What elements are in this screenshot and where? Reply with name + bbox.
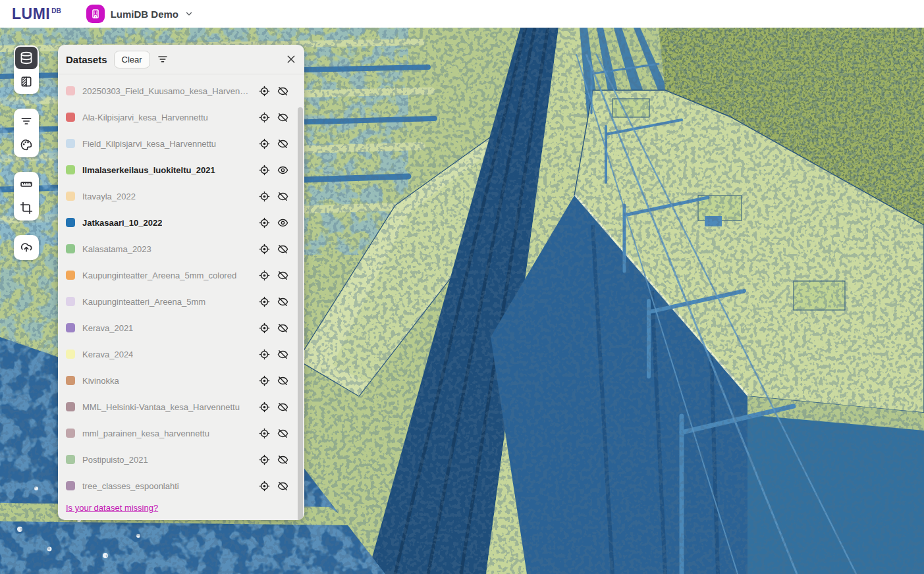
dataset-color-swatch[interactable] [66,429,75,438]
dataset-color-swatch[interactable] [66,323,75,332]
dataset-color-swatch[interactable] [66,192,75,201]
locate-dataset-button[interactable] [258,164,270,176]
panel-title: Datasets [66,54,107,65]
dataset-color-swatch[interactable] [66,455,75,464]
eye-off-icon [277,138,288,149]
dataset-name: Postipuisto_2021 [82,455,148,465]
datasets-tool-button[interactable] [15,47,38,69]
measure-tool-button[interactable] [15,173,38,196]
locate-dataset-button[interactable] [258,138,270,149]
locate-dataset-button[interactable] [258,190,270,202]
eye-off-icon [277,244,288,255]
eye-off-icon [277,481,288,492]
toggle-visibility-button[interactable] [277,348,288,360]
locate-icon [259,481,270,492]
dataset-color-swatch[interactable] [66,402,75,411]
dataset-color-swatch[interactable] [66,350,75,359]
locate-dataset-button[interactable] [258,454,270,465]
filter-lines-icon [157,53,169,65]
logo-text: LUMI [12,7,50,22]
locate-dataset-button[interactable] [258,480,270,492]
dataset-color-swatch[interactable] [66,481,75,490]
toggle-visibility-button[interactable] [277,427,288,439]
locate-dataset-button[interactable] [258,401,270,413]
toolbar-group-display [14,109,39,157]
clear-button[interactable]: Clear [114,51,150,68]
dataset-row: Kaupunginteatter_Areena_5mm_colored [58,262,295,288]
eye-off-icon [277,349,288,360]
dataset-row-actions [258,138,295,149]
toggle-visibility-button[interactable] [277,243,288,255]
close-panel-button[interactable] [286,54,296,65]
locate-dataset-button[interactable] [258,269,270,281]
dataset-name: Kalasatama_2023 [82,244,151,254]
eye-off-icon [277,86,288,97]
workspace-switcher[interactable]: LumiDB Demo [86,5,194,23]
toggle-visibility-button[interactable] [277,111,288,123]
toolbar-group-measure [14,172,39,221]
toggle-visibility-button[interactable] [277,480,288,492]
toggle-visibility-button[interactable] [277,85,288,97]
locate-dataset-button[interactable] [258,348,270,360]
dataset-color-swatch[interactable] [66,86,75,95]
locate-dataset-button[interactable] [258,111,270,123]
compare-tool-button[interactable] [15,70,38,93]
locate-dataset-button[interactable] [258,427,270,439]
dataset-row-actions [258,375,295,386]
dataset-name: Kerava_2024 [82,350,133,359]
locate-dataset-button[interactable] [258,322,270,334]
dataset-row-actions [258,454,295,465]
dataset-color-swatch[interactable] [66,218,75,227]
dataset-color-swatch[interactable] [66,244,75,253]
datasets-panel: Datasets Clear 20250303_Field_Kuusamo_ke… [58,45,304,520]
building-icon [90,9,101,19]
dataset-name: Kivinokka [82,376,119,386]
toggle-visibility-button[interactable] [277,401,288,413]
locate-dataset-button[interactable] [258,296,270,307]
toolbar-group-layers [14,45,39,94]
locate-dataset-button[interactable] [258,85,270,97]
datasets-panel-header: Datasets Clear [58,45,304,74]
toggle-visibility-button[interactable] [277,217,288,228]
dataset-row: mml_parainen_kesa_harvennettu [58,420,295,446]
dataset-color-swatch[interactable] [66,113,75,122]
toggle-visibility-button[interactable] [277,296,288,307]
toggle-visibility-button[interactable] [277,269,288,281]
dataset-color-swatch[interactable] [66,271,75,280]
toggle-visibility-button[interactable] [277,322,288,334]
dataset-row-actions [258,164,295,176]
locate-icon [259,244,270,255]
toggle-visibility-button[interactable] [277,190,288,202]
eye-off-icon [277,296,288,307]
dataset-row-actions [258,269,295,281]
filter-tool-button[interactable] [15,110,38,132]
locate-dataset-button[interactable] [258,375,270,386]
lumidb-logo: LUMI DB [12,7,61,22]
dataset-color-swatch[interactable] [66,139,75,148]
locate-dataset-button[interactable] [258,243,270,255]
toggle-visibility-button[interactable] [277,164,288,176]
locate-dataset-button[interactable] [258,217,270,228]
upload-tool-button[interactable] [15,236,38,259]
locate-icon [259,138,270,149]
dataset-color-swatch[interactable] [66,376,75,385]
dataset-color-swatch[interactable] [66,165,75,174]
dataset-color-swatch[interactable] [66,297,75,306]
workspace-avatar [86,5,105,23]
appearance-tool-button[interactable] [15,134,38,156]
toggle-visibility-button[interactable] [277,454,288,465]
panel-scrollbar-thumb[interactable] [298,107,303,520]
locate-icon [259,428,270,439]
crop-tool-button[interactable] [15,197,38,219]
dataset-row-actions [258,190,295,202]
dataset-row: Kerava_2024 [58,341,295,367]
toggle-visibility-button[interactable] [277,375,288,386]
logo-superscript: DB [51,7,61,14]
eye-off-icon [277,191,288,202]
dataset-filter-button[interactable] [157,53,169,65]
dataset-missing-link[interactable]: Is your dataset missing? [66,503,304,513]
toggle-visibility-button[interactable] [277,138,288,149]
dataset-name: Ala-Kilpisjarvi_kesa_Harvennettu [82,113,208,122]
eye-icon [277,217,288,228]
locate-icon [259,191,270,202]
